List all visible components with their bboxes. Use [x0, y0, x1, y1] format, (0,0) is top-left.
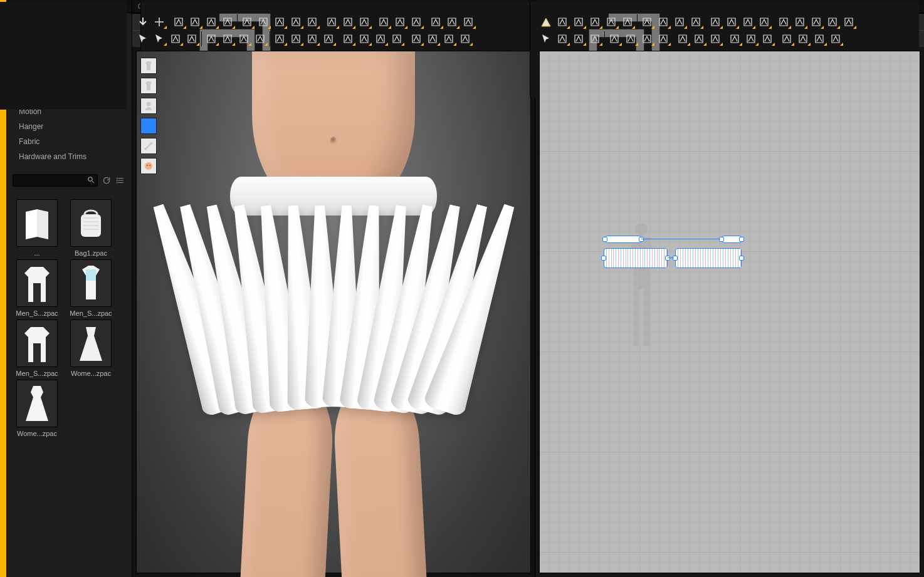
- toolbar-button[interactable]: [201, 31, 219, 46]
- toolbar-button[interactable]: [236, 31, 252, 46]
- toolbar-button[interactable]: [570, 14, 587, 29]
- toolbar-button[interactable]: [424, 31, 441, 46]
- toolbar-button[interactable]: [184, 31, 200, 46]
- pattern-piece-skirt-right[interactable]: [675, 248, 742, 268]
- library-item[interactable]: Wome...zpac: [13, 380, 61, 437]
- toolbar-button[interactable]: [655, 31, 671, 46]
- toolbar-button[interactable]: [740, 14, 756, 29]
- category-hardware-and-trims[interactable]: Hardware and Trims: [10, 149, 128, 164]
- toolbar-button[interactable]: [372, 31, 389, 46]
- toolbar-button[interactable]: [604, 31, 622, 46]
- toolbar-button[interactable]: [406, 31, 424, 46]
- pattern-piece-skirt-left[interactable]: [604, 248, 668, 268]
- toolbar-button[interactable]: [169, 14, 187, 29]
- library-search-input[interactable]: [13, 174, 98, 187]
- toolbar-button[interactable]: [270, 31, 288, 46]
- toolbar-button[interactable]: [637, 14, 655, 29]
- toolbar-button[interactable]: [304, 31, 320, 46]
- toolbar-button[interactable]: [252, 31, 268, 46]
- library-item[interactable]: Men_S...zpac: [13, 259, 61, 317]
- toolbar-button[interactable]: [811, 31, 827, 46]
- toolbar-button[interactable]: [426, 14, 444, 29]
- toolbar-button[interactable]: [688, 14, 704, 29]
- toolbar-button[interactable]: [707, 31, 723, 46]
- toolbar-button[interactable]: [655, 14, 671, 29]
- toolbar-button[interactable]: [135, 14, 151, 29]
- toolbar-button[interactable]: [827, 31, 844, 46]
- toolbar-button[interactable]: [619, 14, 636, 29]
- toolbar-button[interactable]: [187, 14, 203, 29]
- toolbar-button[interactable]: [538, 31, 554, 46]
- toolbar-button[interactable]: [725, 31, 743, 46]
- toolbar-button[interactable]: [408, 14, 424, 29]
- toolbar-button[interactable]: [639, 31, 655, 46]
- panel-menu-icon[interactable]: •: [0, 2, 127, 9]
- panel-popout-icon[interactable]: [0, 14, 127, 110]
- toolbar-button[interactable]: [603, 14, 619, 29]
- garment-skirt[interactable]: [139, 205, 528, 437]
- toolbar-button[interactable]: [756, 14, 772, 29]
- toolbar-button[interactable]: [554, 31, 570, 46]
- library-title-bar: Library •: [6, 0, 132, 13]
- toolbar-button[interactable]: [203, 14, 219, 29]
- toolbar-button[interactable]: [671, 14, 688, 29]
- toolbar-button[interactable]: [587, 14, 603, 29]
- toolbar-button[interactable]: [356, 14, 372, 29]
- list-view-icon[interactable]: [115, 175, 125, 185]
- toolbar-button[interactable]: [759, 31, 775, 46]
- toolbar-button[interactable]: [774, 14, 792, 29]
- toolbar-button[interactable]: [237, 14, 255, 29]
- toolbar-button[interactable]: [554, 14, 570, 29]
- toolbar-button[interactable]: [219, 14, 236, 29]
- toolbar-button[interactable]: [441, 31, 457, 46]
- toolbar-button[interactable]: [808, 14, 824, 29]
- toolbar-button[interactable]: [340, 14, 356, 29]
- toolbar-button[interactable]: [460, 14, 476, 29]
- toolbar-button[interactable]: [392, 14, 408, 29]
- library-item[interactable]: Men_S...zpac: [13, 320, 61, 377]
- toolbar-button[interactable]: [622, 31, 639, 46]
- toolbar-button[interactable]: [356, 31, 372, 46]
- toolbar-button[interactable]: [167, 31, 184, 46]
- toolbar-button[interactable]: [374, 14, 392, 29]
- toolbar-button[interactable]: [338, 31, 356, 46]
- toolbar-button[interactable]: [777, 31, 795, 46]
- toolbar-button[interactable]: [723, 14, 740, 29]
- pattern-canvas[interactable]: [539, 51, 920, 573]
- viewport-3d[interactable]: [136, 51, 531, 573]
- toolbar-button[interactable]: [538, 14, 554, 29]
- category-fabric[interactable]: Fabric: [10, 134, 128, 149]
- toolbar-button[interactable]: [304, 14, 320, 29]
- toolbar-button[interactable]: [841, 14, 857, 29]
- category-hanger[interactable]: Hanger: [10, 119, 128, 134]
- pattern-piece-waistband-right[interactable]: [722, 236, 742, 243]
- toolbar-button[interactable]: [795, 31, 811, 46]
- toolbar-button[interactable]: [444, 14, 460, 29]
- refresh-icon[interactable]: [102, 175, 112, 185]
- toolbar-button[interactable]: [743, 31, 759, 46]
- library-item[interactable]: ...: [13, 199, 61, 257]
- library-item[interactable]: Wome...zpac: [66, 320, 115, 377]
- toolbar-button[interactable]: [824, 14, 841, 29]
- toolbar-button[interactable]: [288, 14, 304, 29]
- toolbar-button[interactable]: [673, 31, 691, 46]
- toolbar-button[interactable]: [219, 31, 236, 46]
- pattern-piece-waistband-left[interactable]: [605, 236, 641, 243]
- toolbar-button[interactable]: [320, 31, 337, 46]
- toolbar-button[interactable]: [587, 31, 603, 46]
- toolbar-button[interactable]: [151, 14, 167, 29]
- library-item[interactable]: Men_S...zpac: [66, 259, 115, 317]
- toolbar-button[interactable]: [389, 31, 405, 46]
- toolbar-button[interactable]: [570, 31, 587, 46]
- library-item[interactable]: Bag1.zpac: [66, 199, 115, 257]
- toolbar-button[interactable]: [288, 31, 304, 46]
- toolbar-button[interactable]: [271, 14, 288, 29]
- toolbar-button[interactable]: [255, 14, 271, 29]
- toolbar-button[interactable]: [151, 31, 167, 46]
- toolbar-button[interactable]: [135, 31, 151, 46]
- toolbar-button[interactable]: [792, 14, 808, 29]
- toolbar-button[interactable]: [691, 31, 707, 46]
- toolbar-button[interactable]: [457, 31, 473, 46]
- toolbar-button[interactable]: [322, 14, 340, 29]
- toolbar-button[interactable]: [705, 14, 723, 29]
